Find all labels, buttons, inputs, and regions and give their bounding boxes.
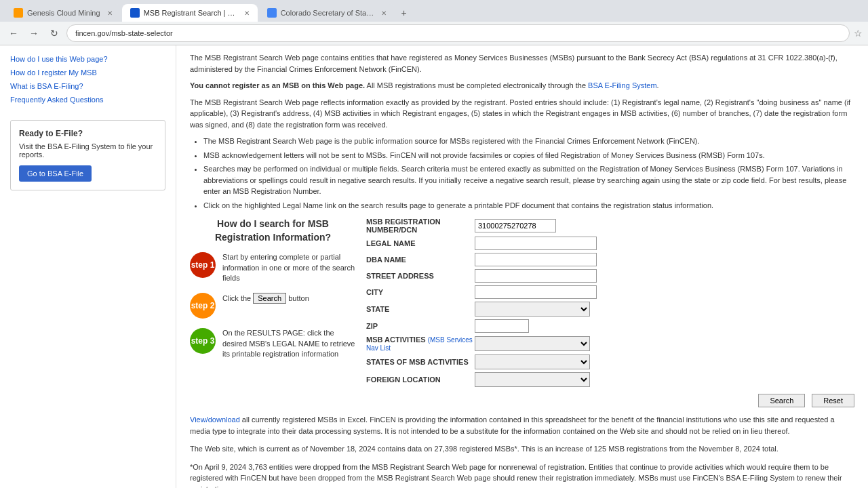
bsa-efile-button[interactable]: Go to BSA E-File <box>19 165 92 182</box>
form-row-dba: DBA NAME <box>366 253 854 266</box>
form-row-street: STREET ADDRESS <box>366 269 854 283</box>
step-3-label: step 3 <box>191 336 215 346</box>
tab-close[interactable]: ✕ <box>381 9 387 17</box>
main-content: The MSB Registrant Search Web page conta… <box>176 45 868 488</box>
form-row-legal-name: LEGAL NAME <box>366 237 854 250</box>
intro-paragraph1: The MSB Registrant Search Web page conta… <box>190 52 854 75</box>
tab-colorado[interactable]: Colorado Secretary of State - F... ✕ <box>259 4 395 22</box>
bookmark-icon[interactable]: ☆ <box>854 28 863 39</box>
all-msb-text: All MSB registrations must be completed … <box>367 81 586 89</box>
tab-label: MSB Registrant Search | FinCE... <box>144 9 237 17</box>
states-msb-select[interactable] <box>475 354 590 369</box>
tab-favicon <box>130 8 140 18</box>
search-inline-button[interactable]: Search <box>253 293 286 304</box>
intro-paragraph3: The MSB Registrant Search Web page refle… <box>190 97 854 131</box>
tab-genesis[interactable]: Genesis Cloud Mining ✕ <box>5 4 121 22</box>
tab-close[interactable]: ✕ <box>107 9 113 17</box>
bullet-1: The MSB Registrant Search Web page is th… <box>203 136 854 147</box>
zip-label: ZIP <box>366 322 475 330</box>
step-2-text: Click the Search button <box>222 293 309 304</box>
dba-name-label: DBA NAME <box>366 256 475 264</box>
step-2-label: step 2 <box>191 301 215 310</box>
msb-activities-label: MSB ACTIVITIES (MSB Services Nav List <box>366 336 475 352</box>
state-select[interactable] <box>475 302 590 317</box>
bsa-efiling-link[interactable]: BSA E-Filing System <box>588 81 656 89</box>
msb-number-input[interactable] <box>475 219 556 232</box>
footer-footnote: *On April 9, 2024 3,763 entities were dr… <box>190 462 854 489</box>
sidebar-link-bsa[interactable]: What is BSA E-Filing? <box>10 79 165 93</box>
search-section-title: How do I search for MSB Registration Inf… <box>190 218 356 244</box>
cannot-register-text: You cannot register as an MSB on this We… <box>190 81 365 89</box>
reload-button[interactable]: ↻ <box>46 25 62 41</box>
msb-number-label: MSB REGISTRATION NUMBER/DCN <box>366 218 475 234</box>
tab-favicon <box>267 8 277 18</box>
state-label: STATE <box>366 305 475 313</box>
address-bar: ← → ↻ ☆ <box>0 22 868 45</box>
step-3-circle: step 3 <box>190 328 216 354</box>
search-buttons: Search Reset <box>366 394 854 407</box>
sidebar-link-faq[interactable]: Frequently Asked Questions <box>10 93 165 106</box>
step-1-label: step 1 <box>191 260 215 270</box>
search-button[interactable]: Search <box>758 394 805 407</box>
msb-activities-select[interactable] <box>475 336 590 351</box>
form-row-foreign: FOREIGN LOCATION <box>366 372 854 387</box>
search-steps: How do I search for MSB Registration Inf… <box>190 218 366 407</box>
footer-download: View/download all currently registered M… <box>190 414 854 436</box>
search-form: MSB REGISTRATION NUMBER/DCN LEGAL NAME D… <box>366 218 854 407</box>
bullet-2: MSB acknowledgement letters will not be … <box>203 150 854 161</box>
city-label: CITY <box>366 288 475 296</box>
step-1-circle: step 1 <box>190 252 216 278</box>
form-row-city: CITY <box>366 285 854 299</box>
step-2-circle: step 2 <box>190 293 216 319</box>
dba-name-input[interactable] <box>475 253 597 266</box>
reset-button[interactable]: Reset <box>812 394 854 407</box>
step-3-item: step 3 On the RESULTS PAGE: click the de… <box>190 328 356 359</box>
sidebar-box-title: Ready to E-File? <box>19 129 157 138</box>
intro-paragraph2: You cannot register as an MSB on this We… <box>190 80 854 92</box>
city-input[interactable] <box>475 285 597 299</box>
form-row-zip: ZIP <box>366 319 854 333</box>
tab-close[interactable]: ✕ <box>244 9 250 17</box>
street-address-label: STREET ADDRESS <box>366 272 475 280</box>
sidebar-link-how-use[interactable]: How do I use this Web page? <box>10 52 165 66</box>
form-row-msb-activities: MSB ACTIVITIES (MSB Services Nav List <box>366 336 854 352</box>
back-button[interactable]: ← <box>5 25 22 41</box>
download-link[interactable]: View/download <box>190 415 240 424</box>
sidebar-link-register[interactable]: How do I register My MSB <box>10 66 165 79</box>
street-address-input[interactable] <box>475 269 597 283</box>
new-tab-button[interactable]: + <box>396 5 412 21</box>
legal-name-input[interactable] <box>475 237 597 250</box>
form-row-msb-number: MSB REGISTRATION NUMBER/DCN <box>366 218 854 234</box>
tab-label: Colorado Secretary of State - F... <box>281 9 374 17</box>
bullet-4: Click on the highlighted Legal Name link… <box>203 200 854 211</box>
sidebar: How do I use this Web page? How do I reg… <box>0 45 176 488</box>
search-section: How do I search for MSB Registration Inf… <box>190 218 854 407</box>
form-row-states-msb: STATES OF MSB ACTIVITIES <box>366 354 854 369</box>
step-3-text: On the RESULTS PAGE: click the desired M… <box>222 328 356 359</box>
foreign-location-select[interactable] <box>475 372 590 387</box>
form-row-state: STATE <box>366 302 854 317</box>
footer-current: The Web site, which is current as of Nov… <box>190 443 854 455</box>
browser-chrome: Genesis Cloud Mining ✕ MSB Registrant Se… <box>0 0 868 45</box>
sidebar-box-description: Visit the BSA E-Filing System to file yo… <box>19 142 157 159</box>
ready-to-efile-box: Ready to E-File? Visit the BSA E-Filing … <box>10 120 165 190</box>
zip-input[interactable] <box>475 319 529 333</box>
step-2-item: step 2 Click the Search button <box>190 293 356 319</box>
step-1-text: Start by entering complete or partial in… <box>222 252 356 283</box>
step-1-item: step 1 Start by entering complete or par… <box>190 252 356 283</box>
page: How do I use this Web page? How do I reg… <box>0 45 868 488</box>
download-text: all currently registered MSBs in Excel. … <box>190 415 835 435</box>
foreign-location-label: FOREIGN LOCATION <box>366 375 475 384</box>
tab-label: Genesis Cloud Mining <box>27 9 100 17</box>
legal-name-label: LEGAL NAME <box>366 239 475 247</box>
tab-fincen[interactable]: MSB Registrant Search | FinCE... ✕ <box>122 4 258 22</box>
forward-button[interactable]: → <box>26 25 42 41</box>
tab-bar: Genesis Cloud Mining ✕ MSB Registrant Se… <box>0 0 868 22</box>
url-input[interactable] <box>66 24 850 42</box>
bullet-list: The MSB Registrant Search Web page is th… <box>203 136 854 211</box>
states-msb-label: STATES OF MSB ACTIVITIES <box>366 358 475 366</box>
bullet-3: Searches may be performed on individual … <box>203 163 854 197</box>
tab-favicon <box>14 8 23 18</box>
